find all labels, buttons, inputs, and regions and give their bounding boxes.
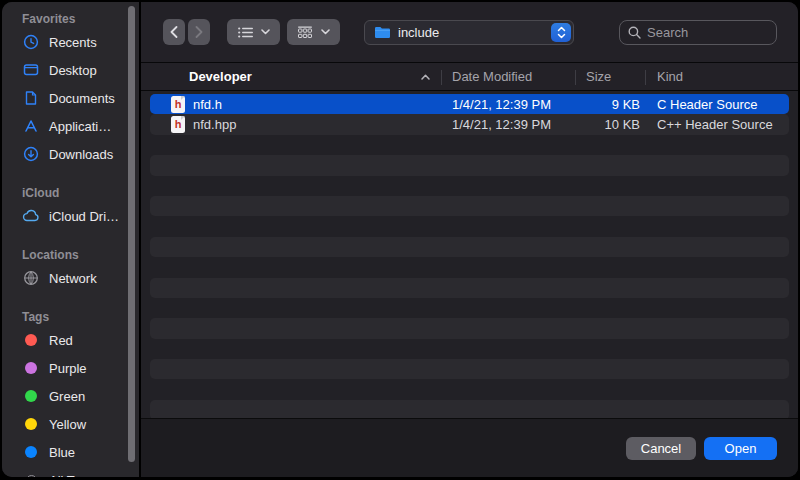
appstore-icon — [22, 117, 40, 135]
empty-row — [150, 155, 789, 175]
empty-row — [150, 278, 789, 298]
sidebar-section-locations: Locations Network — [2, 246, 139, 292]
file-name: nfd.h — [193, 97, 222, 112]
header-file-icon: h — [171, 116, 185, 133]
file-size-cell: 9 KB — [576, 97, 646, 112]
sidebar-item-icloud-drive[interactable]: iCloud Dri… — [2, 202, 139, 230]
empty-row — [150, 237, 789, 257]
search-field[interactable] — [619, 20, 777, 45]
globe-icon — [22, 269, 40, 287]
green-tag-icon — [22, 387, 40, 405]
clock-icon — [22, 33, 40, 51]
chevron-right-icon — [195, 26, 203, 38]
table-header: Developer Date Modified Size Kind — [141, 62, 798, 91]
sidebar-item-documents[interactable]: Documents — [2, 84, 139, 112]
open-button[interactable]: Open — [704, 437, 777, 460]
dialog-footer: Cancel Open — [141, 418, 798, 477]
group-view-button[interactable] — [287, 19, 340, 45]
download-icon — [22, 145, 40, 163]
sidebar-item-tag-red[interactable]: Red — [2, 326, 139, 354]
section-label-icloud: iCloud — [2, 184, 139, 202]
file-date-cell: 1/4/21, 12:39 PM — [442, 117, 576, 132]
empty-row — [150, 216, 789, 236]
file-name-cell: h nfd.h — [150, 96, 442, 113]
sidebar-item-downloads[interactable]: Downloads — [2, 140, 139, 168]
empty-row — [150, 298, 789, 318]
folder-icon — [374, 26, 391, 39]
back-button[interactable] — [163, 19, 185, 45]
section-label-locations: Locations — [2, 246, 139, 264]
file-list: h nfd.h 1/4/21, 12:39 PM 9 KB C Header S… — [141, 91, 798, 418]
column-header-date-modified[interactable]: Date Modified — [442, 63, 576, 90]
sidebar-item-tag-yellow[interactable]: Yellow — [2, 410, 139, 438]
sidebar-item-label: Network — [49, 271, 97, 286]
column-header-kind[interactable]: Kind — [646, 63, 798, 90]
cloud-icon — [22, 207, 40, 225]
sidebar-item-label: Recents — [49, 35, 97, 50]
sidebar-item-label: Desktop — [49, 63, 97, 78]
folder-popup-value: include — [398, 25, 551, 40]
column-header-developer[interactable]: Developer — [141, 63, 442, 90]
chevron-down-icon — [261, 29, 270, 35]
sidebar-item-label: Blue — [49, 445, 75, 460]
sidebar-item-tag-purple[interactable]: Purple — [2, 354, 139, 382]
column-label: Developer — [189, 69, 252, 84]
section-label-favorites: Favorites — [2, 10, 139, 28]
toolbar: include — [141, 2, 798, 62]
empty-row — [150, 379, 789, 399]
empty-row — [150, 318, 789, 338]
file-name-cell: h nfd.hpp — [150, 116, 442, 133]
list-view-button[interactable] — [227, 19, 280, 45]
sidebar-item-label: Downloads — [49, 147, 113, 162]
all-tags-icon — [22, 471, 40, 477]
sidebar-item-label: Purple — [49, 361, 87, 376]
popup-stepper-icon — [551, 23, 571, 42]
sidebar-section-tags: Tags Red Purple Green Yellow Blue — [2, 308, 139, 477]
sidebar-item-label: Green — [49, 389, 85, 404]
table-row-nfd-hpp[interactable]: h nfd.hpp 1/4/21, 12:39 PM 10 KB C++ Hea… — [150, 114, 789, 134]
empty-row — [150, 400, 789, 418]
sidebar-section-icloud: iCloud iCloud Dri… — [2, 184, 139, 230]
cancel-button[interactable]: Cancel — [626, 437, 696, 460]
empty-row — [150, 176, 789, 196]
search-input[interactable] — [647, 25, 768, 40]
purple-tag-icon — [22, 359, 40, 377]
section-label-tags: Tags — [2, 308, 139, 326]
file-kind-cell: C++ Header Source — [646, 117, 789, 132]
sidebar-section-favorites: Favorites Recents Desktop Documents — [2, 10, 139, 168]
forward-button[interactable] — [188, 19, 210, 45]
sidebar-item-all-tags[interactable]: All Tags — [2, 466, 139, 477]
sidebar-item-label: Applicati… — [49, 119, 111, 134]
column-label: Kind — [657, 69, 683, 84]
sort-ascending-icon — [421, 74, 430, 80]
red-tag-icon — [22, 331, 40, 349]
sidebar-item-tag-blue[interactable]: Blue — [2, 438, 139, 466]
empty-row — [150, 257, 789, 277]
group-view-icon — [297, 26, 313, 39]
sidebar-scrollbar[interactable] — [128, 6, 135, 462]
document-icon — [22, 89, 40, 107]
sidebar: Favorites Recents Desktop Documents — [2, 2, 141, 477]
blue-tag-icon — [22, 443, 40, 461]
empty-row — [150, 359, 789, 379]
sidebar-item-tag-green[interactable]: Green — [2, 382, 139, 410]
column-label: Size — [586, 69, 611, 84]
sidebar-item-desktop[interactable]: Desktop — [2, 56, 139, 84]
table-row-nfd-h[interactable]: h nfd.h 1/4/21, 12:39 PM 9 KB C Header S… — [150, 94, 789, 114]
search-icon — [628, 26, 641, 39]
sidebar-item-recents[interactable]: Recents — [2, 28, 139, 56]
file-date-cell: 1/4/21, 12:39 PM — [442, 97, 576, 112]
open-file-dialog: Favorites Recents Desktop Documents — [2, 2, 798, 477]
main-panel: include Developer Date Modifi — [141, 2, 798, 477]
sidebar-item-applications[interactable]: Applicati… — [2, 112, 139, 140]
chevron-left-icon — [170, 26, 178, 38]
folder-popup-button[interactable]: include — [364, 20, 574, 45]
file-name: nfd.hpp — [193, 117, 236, 132]
header-file-icon: h — [171, 96, 185, 113]
sidebar-item-label: Documents — [49, 91, 115, 106]
sidebar-item-network[interactable]: Network — [2, 264, 139, 292]
column-header-size[interactable]: Size — [576, 63, 646, 90]
yellow-tag-icon — [22, 415, 40, 433]
empty-row — [150, 135, 789, 155]
sidebar-item-label: Red — [49, 333, 73, 348]
